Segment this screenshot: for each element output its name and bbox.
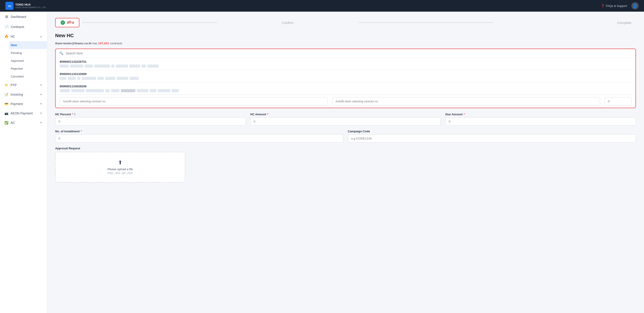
- outstanding-autofill-input[interactable]: [604, 97, 632, 105]
- campaign-code-input[interactable]: [348, 134, 636, 143]
- sidebar-label-ptp: PTP: [10, 83, 16, 87]
- hc-icon: 🔥: [4, 35, 8, 38]
- search-result-2[interactable]: 8590001133132909: [56, 70, 636, 82]
- sidebar-item-hc-rejected[interactable]: Rejected: [11, 65, 47, 73]
- due-amount-label-text: Due Amount: [445, 113, 462, 116]
- due-amount-group: Due Amount *: [445, 113, 636, 126]
- step1-label: สร้าง: [67, 20, 74, 25]
- installment-group: No. of Installment *: [55, 130, 343, 143]
- dashboard-icon: ⊞: [4, 14, 8, 19]
- search-panel: 🔍 8590001133226701: [55, 49, 636, 108]
- tag: [142, 64, 146, 68]
- search-input[interactable]: [66, 51, 632, 55]
- due-amount-input[interactable]: [445, 117, 636, 126]
- tag: [98, 77, 104, 80]
- sidebar-item-ac[interactable]: ✅ AC ▼: [0, 118, 47, 127]
- sidebar-item-hc[interactable]: 🔥 HC ▲: [0, 32, 47, 41]
- tag: [85, 64, 93, 68]
- upload-box[interactable]: ⬆ Please upload a file PNG, JPG, GIF, PD…: [55, 152, 185, 182]
- sidebar-item-hc-canceled[interactable]: Canceled: [11, 73, 47, 80]
- tag: [71, 89, 84, 92]
- tag: [130, 77, 138, 80]
- step1-check-icon: ✓: [60, 20, 65, 25]
- sidebar-item-invoicing[interactable]: 📝 Invoicing ▼: [0, 90, 47, 99]
- hc-amount-label-text: HC Amount: [250, 113, 266, 116]
- user-avatar[interactable]: 👤: [632, 2, 638, 9]
- tag: [86, 89, 104, 92]
- tag: [105, 77, 115, 80]
- tag: [70, 64, 84, 68]
- hc-amount-group: HC Amount *: [250, 113, 441, 126]
- hc-amount-input[interactable]: [250, 117, 441, 126]
- hc-percent-info-icon[interactable]: ℹ: [74, 113, 75, 116]
- upload-icon: ⬆: [60, 159, 180, 166]
- campaign-code-label-text: Campaign Code: [348, 130, 370, 133]
- sidebar-item-hc-pending[interactable]: Pending: [11, 49, 47, 57]
- form-row-2: No. of Installment * Campaign Code: [55, 130, 636, 143]
- main-content: ✓ สร้าง Confirm Complete New HC tham-tes…: [47, 12, 644, 313]
- question-icon: ❓: [601, 4, 604, 7]
- layout: ⊞ Dashboard 📄 Contracts 🔥 HC ▲ New Pendi…: [0, 12, 644, 313]
- step3-label: Complete: [496, 21, 636, 25]
- sidebar-item-ptp[interactable]: 📁 PTP ▼: [0, 80, 47, 90]
- sidebar-item-payment[interactable]: 💳 Payment ▼: [0, 99, 47, 109]
- stepper: ✓ สร้าง Confirm Complete: [55, 18, 636, 27]
- sidebar-label-hc: HC: [10, 35, 15, 38]
- sidebar-label-payment: Payment: [10, 102, 23, 106]
- sidebar: ⊞ Dashboard 📄 Contracts 🔥 HC ▲ New Pendi…: [0, 12, 47, 313]
- tag: [158, 89, 170, 92]
- search-result-3[interactable]: 8590001133028206: [56, 82, 636, 95]
- payment-chevron-icon: ▼: [40, 102, 42, 105]
- sidebar-label-ac: AC: [10, 121, 15, 125]
- sidebar-item-hc-approved[interactable]: Approved: [11, 57, 47, 65]
- tag: [60, 64, 68, 68]
- ptp-chevron-icon: ▼: [40, 84, 42, 87]
- sidebar-item-dashboard[interactable]: ⊞ Dashboard: [0, 12, 47, 22]
- approval-request-label: Approval Request: [55, 147, 636, 150]
- due-amount-label: Due Amount *: [445, 113, 636, 116]
- customer-autofill-input[interactable]: [332, 97, 600, 105]
- tag: [116, 64, 128, 68]
- hc-amount-required: *: [267, 113, 268, 116]
- tag: [111, 89, 120, 92]
- hc-percent-input[interactable]: [55, 117, 246, 126]
- step1-line: [82, 22, 218, 23]
- tag: [147, 64, 158, 68]
- campaign-code-group: Campaign Code: [348, 130, 636, 143]
- search-result-1[interactable]: 8590001133226701: [56, 58, 636, 70]
- hc-percent-group: HC Percent * ℹ: [55, 113, 246, 126]
- upload-text: Please upload a file: [60, 167, 180, 171]
- tag: [137, 89, 148, 92]
- sidebar-item-aeon[interactable]: 📷 AEON Payment ▼: [0, 109, 47, 118]
- tag: [111, 64, 114, 68]
- hc-percent-required: *: [72, 113, 73, 116]
- tag: [60, 89, 70, 92]
- installment-input[interactable]: [55, 134, 343, 143]
- sidebar-item-hc-new[interactable]: New: [9, 41, 47, 49]
- sidebar-label-aeon: AEON Payment: [10, 112, 33, 115]
- page-title: New HC: [55, 33, 636, 38]
- search-input-wrap: 🔍: [56, 49, 636, 58]
- tag: [150, 89, 156, 92]
- tag: [77, 77, 80, 80]
- step2-label: Confirm: [220, 21, 356, 25]
- info-contracts: contracts: [110, 42, 122, 45]
- sidebar-label-contracts: Contracts: [11, 25, 24, 29]
- svg-text:TH: TH: [8, 5, 11, 7]
- contract-autofill-input[interactable]: [60, 97, 328, 105]
- result-tags-2: [60, 77, 632, 80]
- info-count: 157,021: [98, 42, 109, 45]
- tag: [68, 77, 76, 80]
- hc-chevron-icon: ▲: [40, 35, 42, 38]
- tag: [172, 89, 179, 92]
- support-link[interactable]: ❓ FAQs & Support: [601, 4, 627, 7]
- tag: [121, 89, 136, 92]
- logo-icon: TH: [6, 2, 14, 10]
- aeon-chevron-icon: ▼: [40, 112, 42, 115]
- sidebar-item-contracts[interactable]: 📄 Contracts: [0, 22, 47, 32]
- installment-label: No. of Installment *: [55, 130, 343, 133]
- tag: [105, 89, 110, 92]
- result-id-2: 8590001133132909: [60, 72, 632, 76]
- ptp-icon: 📁: [4, 83, 8, 87]
- search-icon: 🔍: [59, 51, 64, 55]
